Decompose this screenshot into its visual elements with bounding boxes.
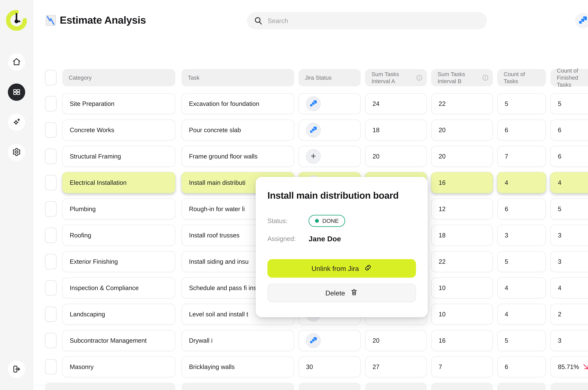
cell-sum-interval-a[interactable]: 20 — [365, 330, 427, 351]
cell-category[interactable]: Site Preparation — [62, 93, 175, 114]
cell-count-finished[interactable]: 6 — [550, 119, 588, 141]
cell-jira-status[interactable] — [298, 119, 361, 141]
cell-count-tasks[interactable]: 6 — [497, 198, 546, 220]
popup-title: Install main distribution board — [267, 190, 416, 201]
cell-task[interactable]: Excavation for foundation — [181, 93, 294, 114]
row-checkbox[interactable] — [45, 175, 57, 191]
cell-sum-interval-b[interactable]: 18 — [431, 225, 493, 246]
row-checkbox[interactable] — [45, 148, 57, 164]
row-checkbox[interactable] — [45, 280, 57, 296]
cell-count-finished[interactable]: 4 — [550, 277, 588, 298]
status-label: Status: — [267, 217, 298, 225]
row-checkbox[interactable] — [45, 254, 57, 269]
cell-category[interactable]: Plumbing — [62, 198, 175, 220]
row-checkbox[interactable] — [45, 306, 57, 322]
cell-count-finished[interactable]: 5 — [550, 93, 588, 114]
cell-sum-interval-b[interactable]: 22 — [431, 93, 493, 114]
cell-category[interactable]: Exterior Finishing — [62, 251, 175, 272]
page-title: Estimate Analysis — [60, 14, 146, 26]
unlink-from-jira-button[interactable]: Unlink from Jira — [267, 259, 416, 278]
cell-count-tasks[interactable]: 5 — [497, 251, 546, 272]
cell-task[interactable]: Bricklaying walls — [181, 356, 294, 377]
cell-sum-interval-b[interactable]: 12 — [431, 198, 493, 220]
row-checkbox[interactable] — [45, 228, 57, 243]
delete-button[interactable]: Delete — [267, 284, 416, 302]
cell-count-tasks[interactable]: 5 — [497, 330, 546, 351]
jira-status-icon[interactable] — [306, 333, 321, 348]
cell-value: 5 — [558, 100, 561, 108]
jira-status-icon[interactable] — [306, 123, 321, 138]
cell-sum-interval-a[interactable]: 20 — [365, 146, 427, 167]
jira-status-icon[interactable] — [306, 97, 321, 111]
table-header: CategoryTaskJira StatusSum Tasks Interva… — [0, 69, 588, 86]
row-checkbox[interactable] — [45, 122, 57, 138]
cell-task[interactable]: Frame ground floor walls — [181, 146, 294, 167]
row-checkbox[interactable] — [45, 333, 57, 348]
add-jira-link-icon[interactable]: + — [306, 149, 321, 164]
cell-sum-interval-b[interactable]: 7 — [431, 356, 493, 377]
status-badge[interactable]: DONE — [309, 215, 345, 227]
search-input[interactable] — [267, 17, 487, 25]
cell-count-finished[interactable]: 85.71% — [550, 356, 588, 377]
row-checkbox[interactable] — [45, 359, 57, 375]
cell-sum-interval-b[interactable]: 20 — [431, 119, 493, 141]
cell-count-finished[interactable]: 3 — [550, 330, 588, 351]
cell-sum-interval-b[interactable]: 22 — [431, 251, 493, 272]
app-logo-icon[interactable] — [6, 10, 27, 31]
cell-count-tasks[interactable]: 5 — [497, 93, 546, 114]
cell-sum-interval-a[interactable]: 27 — [365, 356, 427, 377]
cell-value: 16 — [439, 337, 446, 344]
cell-count-finished[interactable]: 6 — [550, 146, 588, 167]
cell-category[interactable]: Landscaping — [62, 304, 175, 325]
cell-value: 7 — [439, 363, 442, 371]
cell-count-finished[interactable]: 3 — [550, 225, 588, 246]
cell-sum-interval-a[interactable]: 24 — [365, 93, 427, 114]
info-icon[interactable] — [416, 74, 423, 81]
cell-category[interactable]: Structural Framing — [62, 146, 175, 167]
cell-value: 7 — [505, 152, 508, 160]
cell-count-finished[interactable]: 2 — [550, 304, 588, 325]
cell-sum-interval-b[interactable]: 10 — [431, 304, 493, 325]
cell-count-tasks[interactable]: 6 — [497, 356, 546, 377]
cell-count-finished[interactable]: 5 — [550, 198, 588, 220]
select-all-checkbox[interactable] — [45, 70, 57, 85]
cell-category[interactable]: Subcontractor Management — [62, 330, 175, 351]
cell-count-finished[interactable]: 3 — [550, 251, 588, 272]
jira-integration-button[interactable] — [575, 13, 588, 28]
cell-sum-interval-b[interactable]: 16 — [431, 330, 493, 351]
cell-jira-status[interactable]: 30 — [298, 356, 361, 377]
cell-count-tasks[interactable]: 7 — [497, 146, 546, 167]
cell-category[interactable]: Inspection & Compliance — [62, 277, 175, 298]
cell-count-finished[interactable]: 4 — [550, 172, 588, 193]
cell-task[interactable]: Pour concrete slab — [181, 119, 294, 141]
cell-jira-status[interactable]: + — [298, 146, 361, 167]
cell-jira-status[interactable] — [298, 330, 361, 351]
cell-value: Pour concrete slab — [189, 126, 241, 134]
skeleton-bar — [431, 383, 493, 390]
cell-category[interactable]: Masonry — [62, 356, 175, 377]
row-checkbox[interactable] — [45, 96, 57, 111]
cell-sum-interval-b[interactable]: 10 — [431, 277, 493, 298]
row-checkbox[interactable] — [45, 201, 57, 217]
cell-category[interactable]: Roofing — [62, 225, 175, 246]
cell-value: 3 — [505, 231, 508, 239]
cell-value: 16 — [439, 179, 446, 187]
info-icon[interactable] — [482, 74, 489, 81]
cell-jira-status[interactable] — [298, 93, 361, 114]
cell-count-tasks[interactable]: 4 — [497, 304, 546, 325]
cell-sum-interval-b[interactable]: 16 — [431, 172, 493, 193]
cell-sum-interval-b[interactable]: 20 — [431, 146, 493, 167]
cell-count-tasks[interactable]: 4 — [497, 277, 546, 298]
column-header-label: Sum Tasks Interval A — [371, 71, 407, 85]
cell-value: Site Preparation — [70, 100, 115, 108]
cell-sum-interval-a[interactable]: 18 — [365, 119, 427, 141]
cell-count-tasks[interactable]: 4 — [497, 172, 546, 193]
column-header-count: Count of Tasks — [497, 69, 546, 86]
cell-category[interactable]: Concrete Works — [62, 119, 175, 141]
cell-count-tasks[interactable]: 6 — [497, 119, 546, 141]
cell-task[interactable]: Drywall i — [181, 330, 294, 351]
column-header-fin: Count of Finished Tasks — [550, 69, 588, 86]
cell-category[interactable]: Electrical Installation — [62, 172, 175, 193]
cell-count-tasks[interactable]: 3 — [497, 225, 546, 246]
sidebar-item-home[interactable] — [8, 53, 25, 71]
